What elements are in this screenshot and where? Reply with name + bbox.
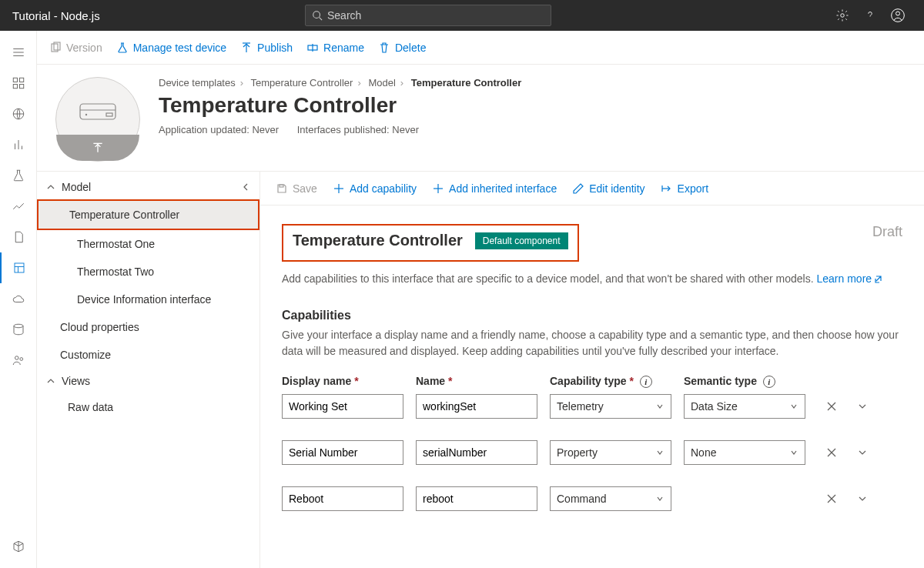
rail-jobs[interactable] — [0, 222, 37, 252]
settings-button[interactable] — [829, 2, 856, 29]
flask-icon — [12, 169, 25, 182]
delete-button[interactable]: Delete — [378, 42, 426, 54]
menu-toggle[interactable] — [0, 37, 37, 68]
page-header: Device templates› Temperature Controller… — [37, 65, 924, 172]
svg-rect-8 — [13, 78, 17, 82]
page-status: Application updated: Never Interfaces pu… — [159, 124, 906, 135]
export-button[interactable]: Export — [661, 182, 708, 195]
svg-point-19 — [14, 324, 23, 328]
capability-type-select[interactable]: Property — [550, 440, 671, 465]
help-button[interactable] — [856, 2, 884, 29]
name-input[interactable] — [416, 486, 537, 511]
delete-row-button[interactable] — [822, 397, 841, 416]
rail-admin[interactable] — [0, 314, 37, 345]
expand-row-button[interactable] — [853, 443, 872, 462]
capability-type-select[interactable]: Telemetry — [550, 394, 671, 419]
rename-button[interactable]: Rename — [306, 42, 364, 54]
svg-rect-9 — [19, 78, 23, 82]
chevron-down-icon — [655, 402, 665, 411]
bar-chart-icon — [12, 138, 25, 152]
delete-row-button[interactable] — [822, 443, 841, 462]
chevron-down-icon — [857, 447, 868, 458]
rail-device-templates[interactable] — [0, 252, 37, 283]
draft-badge: Draft — [872, 224, 902, 240]
tree-item-temperature-controller[interactable]: Temperature Controller — [38, 201, 258, 229]
chevron-left-icon — [241, 182, 250, 192]
tree-item-thermostat-two[interactable]: Thermostat Two — [37, 258, 259, 286]
save-button[interactable]: Save — [276, 182, 317, 195]
tree-item-cloud-properties[interactable]: Cloud properties — [37, 313, 259, 341]
expand-row-button[interactable] — [853, 397, 872, 416]
question-icon — [863, 8, 877, 22]
rail-groups[interactable] — [0, 129, 37, 160]
version-button[interactable]: Version — [49, 42, 102, 54]
breadcrumb-item[interactable]: Temperature Controller — [250, 77, 353, 89]
svg-point-4 — [896, 12, 900, 15]
close-icon — [826, 401, 837, 412]
column-semantic-type: Semantic type i — [684, 375, 805, 388]
tree-item-device-info[interactable]: Device Information interface — [37, 286, 259, 313]
device-avatar — [55, 77, 140, 162]
upload-icon — [91, 141, 105, 155]
manage-test-device-button[interactable]: Manage test device — [116, 42, 226, 54]
account-button[interactable] — [884, 2, 912, 29]
tree-item-customize[interactable]: Customize — [37, 341, 259, 369]
rail-rules[interactable] — [0, 160, 37, 191]
semantic-type-select[interactable]: None — [684, 440, 805, 465]
tree-item-thermostat-one[interactable]: Thermostat One — [37, 230, 259, 258]
rail-data-export[interactable] — [0, 283, 37, 314]
close-icon — [826, 447, 837, 458]
page-title: Temperature Controller — [159, 93, 906, 118]
display-name-input[interactable] — [282, 394, 403, 419]
editor-content: Save Add capability Add inherited interf… — [260, 172, 924, 568]
rail-users[interactable] — [0, 345, 37, 376]
cube-icon — [12, 540, 25, 553]
user-circle-icon — [890, 8, 906, 23]
info-icon[interactable]: i — [763, 376, 775, 388]
gear-icon — [835, 8, 849, 22]
rail-analytics[interactable] — [0, 191, 37, 222]
learn-more-link[interactable]: Learn more — [817, 272, 883, 285]
delete-row-button[interactable] — [822, 489, 841, 508]
capabilities-heading: Capabilities — [282, 309, 902, 322]
tree-section-model[interactable]: Model — [37, 175, 259, 199]
svg-rect-28 — [80, 104, 116, 119]
svg-rect-34 — [280, 185, 283, 187]
add-inherited-interface-button[interactable]: Add inherited interface — [432, 182, 557, 195]
pencil-icon — [572, 182, 584, 195]
capability-row: Command — [282, 486, 902, 511]
tree-item-raw-data[interactable]: Raw data — [37, 393, 259, 421]
rail-dashboard[interactable] — [0, 68, 37, 99]
expand-row-button[interactable] — [853, 489, 872, 508]
search-placeholder: Search — [327, 9, 361, 22]
breadcrumb-item[interactable]: Model — [368, 77, 395, 89]
svg-line-1 — [320, 18, 323, 21]
info-icon[interactable]: i — [640, 376, 652, 388]
svg-rect-31 — [106, 113, 112, 116]
svg-point-20 — [15, 356, 18, 360]
copy-icon — [49, 42, 62, 54]
chevron-down-icon — [655, 494, 665, 503]
name-input[interactable] — [416, 394, 537, 419]
add-capability-button[interactable]: Add capability — [333, 182, 417, 195]
capability-type-select[interactable]: Command — [550, 486, 671, 511]
rail-settings[interactable] — [0, 531, 37, 562]
name-input[interactable] — [416, 440, 537, 465]
svg-point-2 — [841, 14, 845, 18]
hamburger-icon — [12, 45, 25, 59]
svg-rect-16 — [15, 263, 24, 272]
search-input[interactable]: Search — [305, 5, 551, 26]
svg-point-0 — [313, 12, 320, 18]
breadcrumb-item[interactable]: Device templates — [159, 77, 236, 89]
column-display-name: Display name * — [282, 375, 403, 388]
edit-identity-button[interactable]: Edit identity — [572, 182, 644, 195]
display-name-input[interactable] — [282, 486, 403, 511]
tree-section-views[interactable]: Views — [37, 369, 259, 393]
trash-icon — [378, 42, 390, 54]
app-title: Tutorial - Node.js — [12, 9, 305, 22]
publish-button[interactable]: Publish — [240, 42, 293, 54]
display-name-input[interactable] — [282, 440, 403, 465]
svg-point-21 — [19, 358, 22, 361]
rail-devices[interactable] — [0, 99, 37, 129]
semantic-type-select[interactable]: Data Size — [684, 394, 805, 419]
